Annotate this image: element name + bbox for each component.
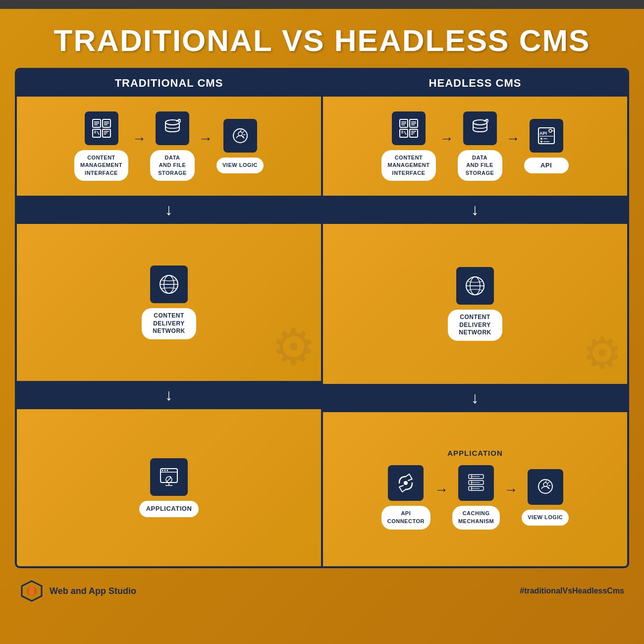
headless-icon-3: API	[530, 119, 563, 153]
headless-app-icon-1	[388, 465, 424, 501]
headless-app-section: APPLICATION	[323, 412, 627, 566]
headless-label-1: CONTENT MANAGEMENT INTERFACE	[381, 150, 435, 181]
headless-app-item-1: API CONNECTOR	[381, 465, 430, 529]
headless-app-label-3: VIEW LOGIC	[522, 510, 569, 526]
svg-rect-12	[103, 129, 110, 137]
trad-item-2: DATA AND FILE STORAGE	[150, 111, 195, 181]
headless-item-1: CONTENT MANAGEMENT INTERFACE	[381, 111, 435, 181]
trad-cdn-section: ⚙ CONTENT DELIV	[17, 224, 321, 381]
headless-arrow-1: →	[440, 131, 454, 147]
trad-arrow-1: →	[132, 131, 146, 147]
headless-app-flow: API CONNECTOR →	[381, 465, 569, 529]
headless-flow-row: CONTENT MANAGEMENT INTERFACE →	[376, 102, 573, 191]
trad-label-1: CONTENT MANAGEMENT INTERFACE	[74, 150, 128, 181]
headless-cdn-section: ⚙ CONTENT DELIVERY NETWORK	[323, 224, 627, 384]
headless-app-label-1: API CONNECTOR	[381, 506, 430, 529]
trad-cdn-item: CONTENT DELIVERY NETWORK	[142, 266, 196, 339]
trad-icon-3	[223, 119, 257, 153]
svg-point-21	[238, 132, 242, 136]
trad-app-item: APPLICATION	[139, 458, 199, 517]
headless-app-item-2: CACHING MECHANISM	[452, 465, 500, 529]
headless-app-icon-2	[458, 465, 494, 501]
headless-cdn-icon	[456, 267, 494, 305]
headless-app-arrow-1: →	[434, 482, 448, 498]
headless-header: HEADLESS CMS	[323, 70, 627, 97]
svg-line-49	[404, 131, 406, 135]
headless-cdn-label: CONTENT DELIVERY NETWORK	[448, 310, 502, 341]
headless-arrow-down-2: ↓	[323, 384, 627, 412]
page-title: TRADITIONAL VS HEADLESS CMS	[0, 9, 644, 68]
headless-row1: CONTENT MANAGEMENT INTERFACE →	[323, 97, 627, 196]
headless-side: HEADLESS CMS	[323, 70, 627, 566]
trad-arrow-2: →	[199, 131, 213, 147]
watermark-cdn-headless: ⚙	[582, 327, 622, 379]
trad-app-section: APPLICATION	[17, 409, 321, 566]
svg-line-35	[167, 480, 169, 482]
headless-icon-2	[463, 111, 497, 145]
headless-arrow-down-1: ↓	[323, 196, 627, 224]
headless-icon-1	[392, 111, 426, 145]
headless-app-label-2: CACHING MECHANISM	[452, 506, 500, 529]
traditional-header: TRADITIONAL CMS	[17, 70, 321, 97]
headless-item-3: API API	[524, 119, 569, 174]
headless-cdn-item: CONTENT DELIVERY NETWORK	[448, 267, 502, 341]
headless-app-arrow-2: →	[504, 482, 518, 498]
traditional-flow-row: CONTENT MANAGEMENT INTERFACE →	[69, 102, 268, 191]
headless-item-2: DATA AND FILE STORAGE	[458, 111, 502, 181]
svg-point-84	[29, 586, 35, 596]
trad-label-3: VIEW LOGIC	[216, 158, 264, 173]
svg-rect-50	[410, 129, 418, 137]
svg-point-29	[162, 470, 163, 471]
svg-rect-8	[93, 129, 101, 137]
trad-app-icon	[150, 458, 188, 496]
svg-point-30	[164, 470, 166, 471]
trad-arrow-down-2: ↓	[17, 381, 321, 409]
trad-item-1: CONTENT MANAGEMENT INTERFACE	[74, 111, 128, 181]
footer: Web and App Studio #traditionalVsHeadles…	[0, 571, 644, 611]
diagram-container: TRADITIONAL CMS	[15, 68, 629, 568]
page-background: TRADITIONAL VS HEADLESS CMS TRADITIONAL …	[0, 0, 644, 644]
trad-cdn-label: CONTENT DELIVERY NETWORK	[142, 308, 196, 339]
svg-point-63	[540, 141, 542, 143]
footer-brand-text: Web and App Studio	[50, 586, 136, 596]
svg-point-31	[167, 470, 168, 471]
traditional-side: TRADITIONAL CMS	[17, 70, 323, 566]
svg-point-65	[549, 129, 552, 132]
trad-icon-2	[156, 111, 189, 145]
trad-cdn-icon	[150, 266, 188, 303]
headless-label-3: API	[524, 158, 569, 174]
svg-text:API: API	[539, 131, 547, 136]
svg-point-61	[540, 138, 542, 140]
headless-app-icon-3	[528, 469, 563, 505]
trad-label-2: DATA AND FILE STORAGE	[150, 150, 195, 181]
top-bar	[0, 0, 644, 9]
footer-brand: Web and App Studio	[20, 579, 136, 603]
traditional-row1: CONTENT MANAGEMENT INTERFACE →	[17, 97, 321, 196]
headless-app-section-label: APPLICATION	[447, 449, 503, 457]
watermark-cdn-trad: ⚙	[271, 318, 316, 376]
svg-rect-46	[400, 129, 408, 137]
trad-item-3: VIEW LOGIC	[216, 119, 264, 173]
headless-label-2: DATA AND FILE STORAGE	[458, 150, 502, 181]
footer-hashtag: #traditionalVsHeadlessCms	[520, 587, 624, 595]
trad-icon-1	[85, 111, 118, 145]
trad-arrow-down-1: ↓	[17, 196, 321, 224]
headless-app-item-3: VIEW LOGIC	[522, 469, 569, 526]
svg-point-81	[543, 483, 547, 486]
svg-point-70	[404, 481, 408, 485]
footer-logo-icon	[20, 579, 44, 603]
trad-app-label: APPLICATION	[139, 501, 199, 517]
headless-arrow-2: →	[506, 131, 520, 147]
svg-line-11	[97, 131, 99, 135]
